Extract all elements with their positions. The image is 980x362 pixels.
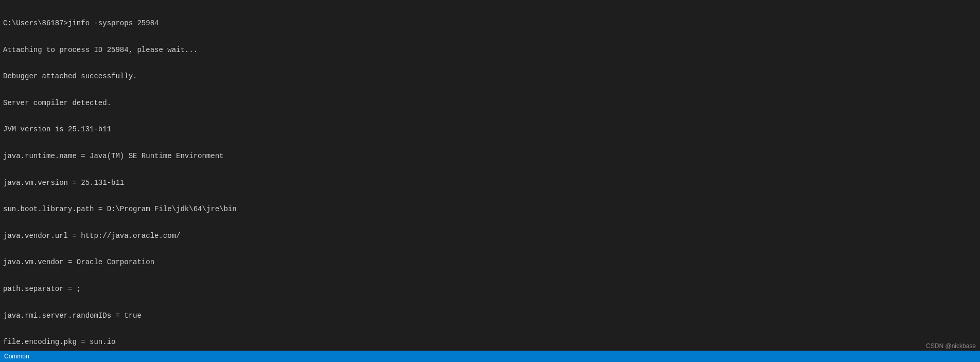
terminal-line: java.vendor.url = http://java.oracle.com… bbox=[3, 231, 977, 242]
statusbar: Common bbox=[0, 351, 980, 362]
terminal-line: java.vm.version = 25.131-b11 bbox=[3, 178, 977, 188]
terminal-line: file.encoding.pkg = sun.io bbox=[3, 337, 977, 348]
terminal-line: Debugger attached successfully. bbox=[3, 72, 977, 82]
terminal-line: C:\Users\86187>jinfo -sysprops 25984 bbox=[3, 19, 977, 29]
terminal: C:\Users\86187>jinfo -sysprops 25984 Att… bbox=[0, 0, 980, 362]
statusbar-common-label: Common bbox=[4, 353, 29, 360]
terminal-line: java.runtime.name = Java(TM) SE Runtime … bbox=[3, 151, 977, 162]
terminal-line: sun.boot.library.path = D:\Program File\… bbox=[3, 204, 977, 215]
terminal-line: Server compiler detected. bbox=[3, 98, 977, 109]
terminal-line: java.rmi.server.randomIDs = true bbox=[3, 311, 977, 321]
watermark-text: CSDN @nickbase bbox=[926, 342, 976, 350]
terminal-line: Attaching to process ID 25984, please wa… bbox=[3, 45, 977, 56]
terminal-line: java.vm.vendor = Oracle Corporation bbox=[3, 257, 977, 268]
terminal-line: path.separator = ; bbox=[3, 284, 977, 295]
terminal-line: JVM version is 25.131-b11 bbox=[3, 125, 977, 135]
